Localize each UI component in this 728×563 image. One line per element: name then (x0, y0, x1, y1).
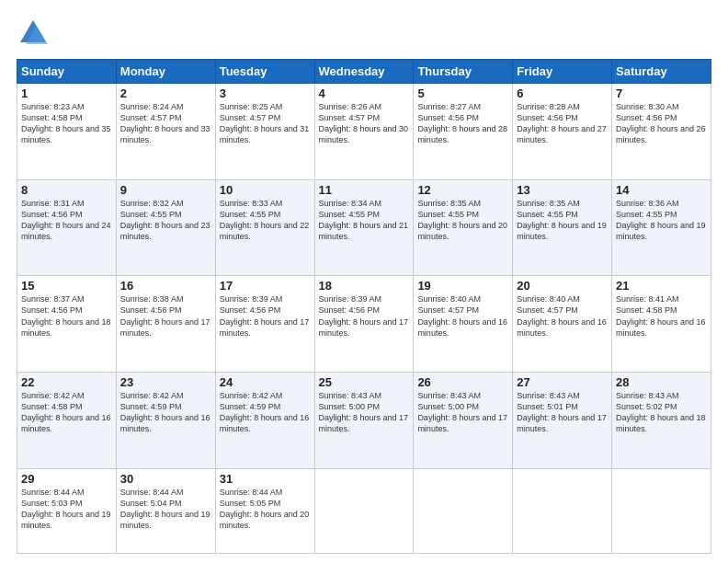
day-info: Sunrise: 8:31 AM Sunset: 4:56 PM Dayligh… (21, 198, 112, 243)
weekday-header: Friday (513, 60, 612, 84)
day-number: 25 (319, 375, 410, 389)
day-info: Sunrise: 8:43 AM Sunset: 5:00 PM Dayligh… (417, 390, 508, 435)
day-info: Sunrise: 8:35 AM Sunset: 4:55 PM Dayligh… (417, 198, 508, 243)
calendar-cell: 6 Sunrise: 8:28 AM Sunset: 4:56 PM Dayli… (513, 84, 612, 180)
day-number: 26 (417, 375, 508, 389)
day-number: 5 (417, 86, 508, 100)
weekday-header: Saturday (612, 60, 711, 84)
calendar-cell: 11 Sunrise: 8:34 AM Sunset: 4:55 PM Dayl… (314, 179, 414, 276)
day-info: Sunrise: 8:44 AM Sunset: 5:05 PM Dayligh… (220, 487, 311, 532)
day-number: 6 (517, 86, 608, 100)
day-info: Sunrise: 8:41 AM Sunset: 4:58 PM Dayligh… (616, 293, 707, 339)
day-info: Sunrise: 8:33 AM Sunset: 4:55 PM Dayligh… (220, 198, 311, 243)
day-info: Sunrise: 8:32 AM Sunset: 4:55 PM Dayligh… (120, 198, 211, 243)
day-number: 10 (220, 183, 311, 197)
calendar-cell: 15 Sunrise: 8:37 AM Sunset: 4:56 PM Dayl… (17, 276, 117, 373)
calendar-cell: 8 Sunrise: 8:31 AM Sunset: 4:56 PM Dayli… (17, 179, 117, 276)
calendar-cell: 14 Sunrise: 8:36 AM Sunset: 4:55 PM Dayl… (612, 179, 711, 276)
day-info: Sunrise: 8:28 AM Sunset: 4:56 PM Dayligh… (517, 101, 608, 146)
day-number: 17 (220, 279, 311, 293)
calendar-cell: 24 Sunrise: 8:42 AM Sunset: 4:59 PM Dayl… (215, 372, 314, 468)
calendar-cell: 31 Sunrise: 8:44 AM Sunset: 5:05 PM Dayl… (215, 468, 314, 553)
calendar-cell: 2 Sunrise: 8:24 AM Sunset: 4:57 PM Dayli… (116, 84, 215, 180)
day-info: Sunrise: 8:26 AM Sunset: 4:57 PM Dayligh… (319, 101, 410, 146)
calendar-cell: 20 Sunrise: 8:40 AM Sunset: 4:57 PM Dayl… (513, 276, 612, 373)
calendar-cell: 3 Sunrise: 8:25 AM Sunset: 4:57 PM Dayli… (215, 84, 314, 180)
day-info: Sunrise: 8:43 AM Sunset: 5:02 PM Dayligh… (616, 390, 707, 435)
day-info: Sunrise: 8:44 AM Sunset: 5:04 PM Dayligh… (120, 487, 211, 532)
day-info: Sunrise: 8:43 AM Sunset: 5:00 PM Dayligh… (319, 390, 410, 435)
calendar-cell: 30 Sunrise: 8:44 AM Sunset: 5:04 PM Dayl… (116, 468, 215, 553)
day-info: Sunrise: 8:34 AM Sunset: 4:55 PM Dayligh… (319, 198, 410, 243)
day-number: 11 (319, 183, 410, 197)
weekday-header: Wednesday (314, 60, 414, 84)
day-number: 23 (120, 375, 211, 389)
day-number: 4 (319, 86, 410, 100)
calendar-cell: 1 Sunrise: 8:23 AM Sunset: 4:58 PM Dayli… (17, 84, 117, 180)
calendar-cell: 26 Sunrise: 8:43 AM Sunset: 5:00 PM Dayl… (414, 372, 513, 468)
day-info: Sunrise: 8:38 AM Sunset: 4:56 PM Dayligh… (120, 293, 211, 339)
day-number: 24 (220, 375, 311, 389)
day-number: 19 (417, 279, 508, 293)
calendar-cell: 9 Sunrise: 8:32 AM Sunset: 4:55 PM Dayli… (116, 179, 215, 276)
day-number: 14 (616, 183, 707, 197)
day-info: Sunrise: 8:40 AM Sunset: 4:57 PM Dayligh… (517, 293, 608, 339)
day-number: 20 (517, 279, 608, 293)
day-info: Sunrise: 8:42 AM Sunset: 4:59 PM Dayligh… (220, 390, 311, 435)
calendar-cell: 4 Sunrise: 8:26 AM Sunset: 4:57 PM Dayli… (314, 84, 414, 180)
weekday-header: Thursday (414, 60, 513, 84)
day-number: 16 (120, 279, 211, 293)
day-number: 13 (517, 183, 608, 197)
day-number: 3 (220, 86, 311, 100)
calendar-cell: 16 Sunrise: 8:38 AM Sunset: 4:56 PM Dayl… (116, 276, 215, 373)
calendar-cell: 12 Sunrise: 8:35 AM Sunset: 4:55 PM Dayl… (414, 179, 513, 276)
day-info: Sunrise: 8:24 AM Sunset: 4:57 PM Dayligh… (120, 101, 211, 146)
calendar-cell: 25 Sunrise: 8:43 AM Sunset: 5:00 PM Dayl… (314, 372, 414, 468)
calendar-table: SundayMondayTuesdayWednesdayThursdayFrid… (17, 59, 711, 554)
day-info: Sunrise: 8:25 AM Sunset: 4:57 PM Dayligh… (220, 101, 311, 146)
calendar-cell (414, 468, 513, 553)
header (17, 17, 711, 50)
calendar-cell: 29 Sunrise: 8:44 AM Sunset: 5:03 PM Dayl… (17, 468, 117, 553)
day-number: 2 (120, 86, 211, 100)
calendar-cell (612, 468, 711, 553)
day-info: Sunrise: 8:44 AM Sunset: 5:03 PM Dayligh… (21, 487, 112, 532)
day-info: Sunrise: 8:35 AM Sunset: 4:55 PM Dayligh… (517, 198, 608, 243)
day-info: Sunrise: 8:37 AM Sunset: 4:56 PM Dayligh… (21, 293, 112, 339)
calendar-cell (513, 468, 612, 553)
calendar-cell: 23 Sunrise: 8:42 AM Sunset: 4:59 PM Dayl… (116, 372, 215, 468)
day-number: 29 (21, 472, 112, 486)
day-info: Sunrise: 8:27 AM Sunset: 4:56 PM Dayligh… (417, 101, 508, 146)
calendar-cell: 7 Sunrise: 8:30 AM Sunset: 4:56 PM Dayli… (612, 84, 711, 180)
day-number: 31 (220, 472, 311, 486)
day-info: Sunrise: 8:42 AM Sunset: 4:58 PM Dayligh… (21, 390, 112, 435)
day-info: Sunrise: 8:23 AM Sunset: 4:58 PM Dayligh… (21, 101, 112, 146)
day-number: 18 (319, 279, 410, 293)
calendar-cell: 21 Sunrise: 8:41 AM Sunset: 4:58 PM Dayl… (612, 276, 711, 373)
day-number: 15 (21, 279, 112, 293)
day-number: 8 (21, 183, 112, 197)
weekday-header: Sunday (17, 60, 117, 84)
day-number: 7 (616, 86, 707, 100)
day-info: Sunrise: 8:39 AM Sunset: 4:56 PM Dayligh… (220, 293, 311, 339)
logo (17, 17, 53, 50)
day-info: Sunrise: 8:42 AM Sunset: 4:59 PM Dayligh… (120, 390, 211, 435)
day-number: 22 (21, 375, 112, 389)
day-info: Sunrise: 8:39 AM Sunset: 4:56 PM Dayligh… (319, 293, 410, 339)
day-number: 28 (616, 375, 707, 389)
day-info: Sunrise: 8:40 AM Sunset: 4:57 PM Dayligh… (417, 293, 508, 339)
calendar-cell: 10 Sunrise: 8:33 AM Sunset: 4:55 PM Dayl… (215, 179, 314, 276)
calendar-cell: 19 Sunrise: 8:40 AM Sunset: 4:57 PM Dayl… (414, 276, 513, 373)
day-number: 21 (616, 279, 707, 293)
calendar-cell: 18 Sunrise: 8:39 AM Sunset: 4:56 PM Dayl… (314, 276, 414, 373)
day-number: 27 (517, 375, 608, 389)
calendar-cell: 17 Sunrise: 8:39 AM Sunset: 4:56 PM Dayl… (215, 276, 314, 373)
logo-icon (17, 17, 50, 50)
page: SundayMondayTuesdayWednesdayThursdayFrid… (0, 0, 728, 563)
calendar-cell: 5 Sunrise: 8:27 AM Sunset: 4:56 PM Dayli… (414, 84, 513, 180)
day-number: 12 (417, 183, 508, 197)
weekday-header: Monday (116, 60, 215, 84)
weekday-header: Tuesday (215, 60, 314, 84)
calendar-cell (314, 468, 414, 553)
calendar-cell: 22 Sunrise: 8:42 AM Sunset: 4:58 PM Dayl… (17, 372, 117, 468)
